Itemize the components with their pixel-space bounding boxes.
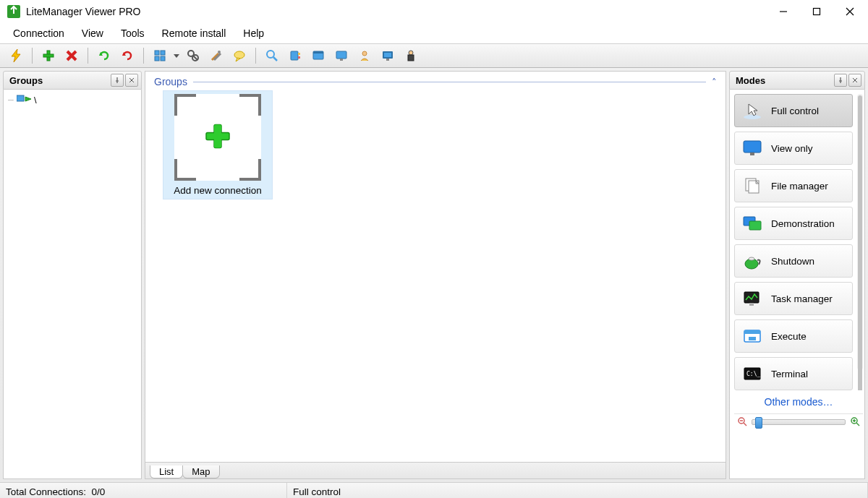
refresh-all-button[interactable] xyxy=(117,46,137,66)
zoom-slider[interactable] xyxy=(752,419,846,425)
tree-root-label: \ xyxy=(34,95,37,106)
svg-text:C:\_: C:\_ xyxy=(746,371,760,377)
tab-map[interactable]: Map xyxy=(182,465,219,478)
svg-marker-44 xyxy=(25,97,31,101)
add-tile-label: Add new connection xyxy=(163,185,272,196)
svg-rect-15 xyxy=(155,56,159,61)
svg-point-59 xyxy=(749,257,754,260)
svg-rect-61 xyxy=(749,303,754,306)
modes-list: Full control View only File manager xyxy=(734,94,853,390)
modes-pin-button[interactable] xyxy=(834,74,847,87)
zoom-out-icon[interactable] xyxy=(737,416,747,429)
status-mode-label: Full control xyxy=(293,486,341,497)
groups-panel-title: Groups xyxy=(9,75,43,86)
center-panel: Groups ˄ Add new connection List Ma xyxy=(145,71,726,479)
mode-label: Terminal xyxy=(771,369,808,379)
svg-rect-34 xyxy=(340,59,343,61)
groups-close-button[interactable] xyxy=(125,74,138,87)
window-button[interactable] xyxy=(308,46,328,66)
status-bar: Total Connections: 0/0 Full control xyxy=(0,482,868,498)
svg-line-27 xyxy=(273,57,277,61)
modes-panel-title: Modes xyxy=(736,75,765,86)
svg-marker-25 xyxy=(236,58,240,61)
mode-label: Execute xyxy=(771,331,807,342)
refresh-button[interactable] xyxy=(94,46,114,66)
svg-point-35 xyxy=(362,51,367,56)
svg-rect-14 xyxy=(161,51,165,55)
other-modes-link[interactable]: Other modes… xyxy=(734,390,863,413)
tab-list[interactable]: List xyxy=(150,465,183,478)
group-header[interactable]: Groups ˄ xyxy=(154,76,717,87)
menu-view[interactable]: View xyxy=(73,25,112,42)
add-button[interactable] xyxy=(38,46,59,66)
svg-point-24 xyxy=(234,51,244,59)
svg-line-73 xyxy=(856,423,859,426)
mode-full-control[interactable]: Full control xyxy=(734,94,853,127)
toolbar xyxy=(0,43,868,68)
svg-line-20 xyxy=(193,56,197,60)
svg-marker-6 xyxy=(12,49,20,62)
zoom-in-icon[interactable] xyxy=(850,416,860,429)
connections-view[interactable]: Groups ˄ Add new connection xyxy=(145,71,726,463)
admin-button[interactable] xyxy=(401,46,421,66)
group-header-title: Groups xyxy=(154,76,187,87)
svg-rect-1 xyxy=(13,7,14,14)
find-button[interactable] xyxy=(183,46,203,66)
user-button[interactable] xyxy=(354,46,375,66)
modes-scrollbar[interactable] xyxy=(857,94,863,370)
menu-connection[interactable]: Connection xyxy=(4,25,73,42)
address-book-button[interactable] xyxy=(285,46,305,66)
window-close-button[interactable] xyxy=(833,1,867,22)
mode-label: View only xyxy=(771,143,813,154)
svg-rect-37 xyxy=(384,53,391,57)
svg-rect-40 xyxy=(408,55,414,61)
svg-point-26 xyxy=(267,51,274,58)
mode-execute[interactable]: Execute xyxy=(734,319,853,353)
mode-file-manager[interactable]: File manager xyxy=(734,169,853,202)
plus-icon xyxy=(203,122,232,153)
zoom-row xyxy=(734,413,863,430)
mode-demonstration[interactable]: Demonstration xyxy=(734,207,853,240)
delete-button[interactable] xyxy=(61,46,82,66)
mode-task-manager[interactable]: Task manager xyxy=(734,282,853,315)
svg-rect-38 xyxy=(386,59,389,61)
menu-help[interactable]: Help xyxy=(234,25,273,42)
chat-button[interactable] xyxy=(229,46,250,66)
mode-label: File manager xyxy=(771,181,828,192)
view-switcher-dropdown[interactable] xyxy=(173,46,180,66)
tree-root-node[interactable]: ┈ \ xyxy=(8,94,137,106)
menu-remote-install[interactable]: Remote install xyxy=(153,25,235,42)
svg-point-39 xyxy=(409,51,413,55)
terminal-icon: C:\_ xyxy=(741,364,764,384)
window-maximize-button[interactable] xyxy=(800,1,833,22)
quick-connect-button[interactable] xyxy=(6,46,26,66)
status-mode: Full control xyxy=(287,483,868,498)
menu-tools[interactable]: Tools xyxy=(112,25,153,42)
mode-view-only[interactable]: View only xyxy=(734,132,853,165)
files-icon xyxy=(741,176,764,196)
tree-connector-icon: ┈ xyxy=(8,95,12,106)
mode-label: Shutdown xyxy=(771,256,814,267)
svg-rect-51 xyxy=(744,141,761,153)
chevron-up-icon[interactable]: ˄ xyxy=(712,77,717,87)
svg-rect-16 xyxy=(161,56,165,61)
mode-label: Demonstration xyxy=(771,218,835,229)
svg-rect-32 xyxy=(313,51,323,53)
search-button[interactable] xyxy=(262,46,282,66)
modes-close-button[interactable] xyxy=(848,74,861,87)
settings-button[interactable] xyxy=(206,46,226,66)
view-switcher-button[interactable] xyxy=(150,46,170,66)
monitor-button[interactable] xyxy=(331,46,352,66)
mode-terminal[interactable]: C:\_ Terminal xyxy=(734,357,853,390)
groups-pin-button[interactable] xyxy=(111,74,124,87)
add-new-connection-tile[interactable]: Add new connection xyxy=(163,90,273,199)
groups-tree[interactable]: ┈ \ xyxy=(3,90,142,479)
window-minimize-button[interactable] xyxy=(767,1,800,22)
mode-shutdown[interactable]: Shutdown xyxy=(734,244,853,278)
svg-rect-8 xyxy=(43,54,54,57)
screen-button[interactable] xyxy=(378,46,398,66)
svg-rect-43 xyxy=(17,95,24,101)
svg-point-23 xyxy=(218,51,221,53)
task-manager-icon xyxy=(741,288,764,309)
modes-panel: Modes Full control xyxy=(729,71,865,479)
